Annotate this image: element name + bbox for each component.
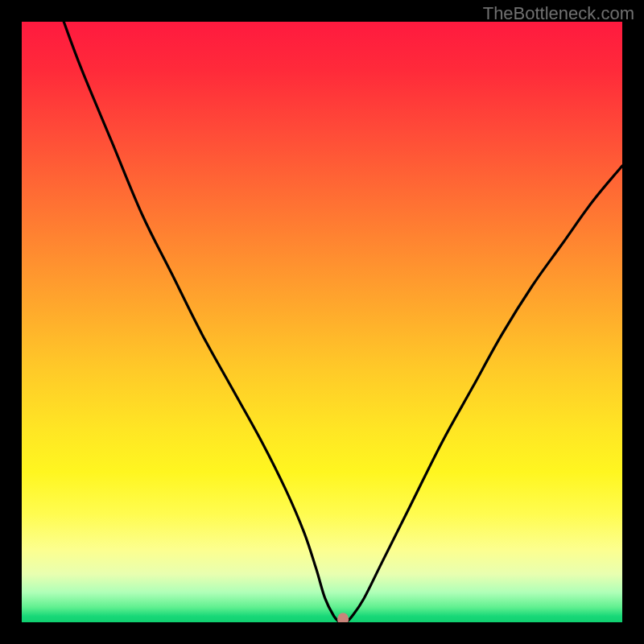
chart-container: TheBottleneck.com (0, 0, 644, 644)
chart-svg (22, 22, 622, 622)
curve-line (64, 22, 622, 622)
marker-dot (337, 613, 349, 622)
watermark-text: TheBottleneck.com (483, 3, 634, 24)
